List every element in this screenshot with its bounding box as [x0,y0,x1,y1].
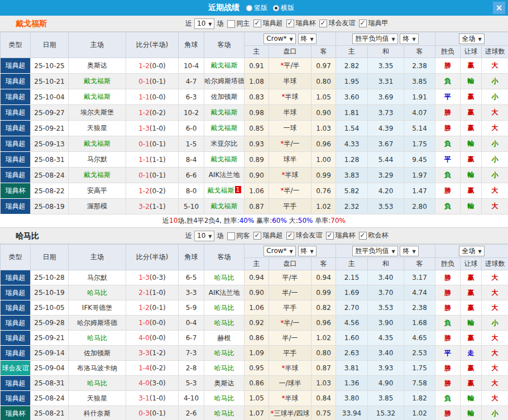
match-date-cell: 25-10-21 [31,74,69,89]
score-cell: 4-0(3-0) [126,376,179,391]
select-value: 终 [301,35,308,42]
team-name: 哈马比 [16,231,39,241]
corners-cell: 5-10 [179,199,204,214]
avg-period-select[interactable]: 终▼ [400,246,418,256]
avg-away-odds-cell: 1.68 [404,316,435,331]
away-team-cell: 米亚尔比 [204,136,245,152]
league-filter-checkbox[interactable]: 瑞典甲 [355,18,388,28]
checkbox-icon[interactable] [253,232,261,240]
avg-draw-odds-cell: 3.40 [368,270,404,285]
league-filter-label: 球会友谊 [328,18,355,28]
league-filter-checkbox[interactable]: 瑞典超 [250,231,282,240]
avg-away-odds-cell: 4.65 [404,331,435,346]
avg-home-odds-cell: 1.36 [336,376,368,391]
away-team-cell: 佐加顿斯 [204,89,245,105]
layout-option-vertical[interactable]: 竖版 [246,3,267,13]
away-team-cell: 哈马比 [204,300,245,316]
away-team-name: 戴戈福斯 [211,124,238,132]
col-header-outcome: 胜负 [435,46,461,58]
games-count-select[interactable]: 10▼ [194,18,214,29]
avg-select[interactable]: 胜平负均值▼ [352,246,397,256]
outcome-cell: 負 [435,168,461,183]
close-button[interactable]: × [493,2,505,14]
handicap-home-odds-cell: 1.07 [245,406,269,420]
summary-text: 场,胜4平2负4, 胜率: [178,217,239,225]
avg-period-select[interactable]: 终▼ [400,34,418,44]
avg-draw-odds-cell: 4.90 [368,376,404,391]
avg-select[interactable]: 胜平负均值▼ [352,34,397,44]
league-filter-label: 球会友谊 [295,231,322,240]
league-filter-checkbox[interactable]: 瑞典杯 [282,18,315,28]
home-team-cell: 安高平 [69,183,126,199]
league-filter-checkbox[interactable]: 瑞典杯 [322,231,355,240]
home-team-cell: 哈马比 [69,331,126,346]
checkbox-icon[interactable] [227,20,235,28]
col-header-handicap-outcome: 让球 [461,46,482,58]
checkbox-icon[interactable] [319,20,327,27]
league-type-cell: 瑞典超 [1,270,31,285]
checkbox-icon[interactable] [326,232,334,240]
half-time-score: (0-2) [150,187,166,195]
league-filter-checkbox[interactable]: 球会友谊 [282,231,322,240]
same-venue-checkbox[interactable]: 同客 [223,231,250,241]
score-cell: 0-3(0-1) [126,406,179,420]
match-row: 瑞典超25-10-19哈马比2-1(1-0)3-3AIK法兰地0.90半/一0.… [1,285,508,300]
home-team-cell: 马尔默 [69,152,126,168]
bookmaker-select[interactable]: Crow*▼ [263,246,295,256]
away-team-cell: 戴戈福斯 [204,121,245,136]
avg-group-header: 胜平负均值▼ 终▼ [336,245,435,258]
handicap-outcome-cell: 赢 [461,152,482,168]
handicap-line-cell: 半/一 [269,331,311,346]
league-filter-checkbox[interactable]: 瑞典超 [250,18,282,28]
match-row: 瑞典超25-08-19渥那模3-2(1-1)5-10戴戈福斯0.87平手1.02… [1,199,508,214]
home-team-cell: 天狼星 [69,391,126,406]
same-venue-checkbox[interactable]: 同主 [223,19,250,28]
checkbox-icon[interactable] [359,20,367,27]
odds-period-select[interactable]: 终▼ [298,246,317,256]
checkbox-icon[interactable] [286,232,294,240]
away-team-name: 哈马比 [214,364,234,372]
checkbox-icon[interactable] [286,20,294,27]
odds-period-select[interactable]: 终▼ [298,34,317,44]
radio-icon[interactable] [246,5,252,11]
outcome-cell: 勝 [435,376,461,391]
corners-cell: 2-8 [179,361,204,376]
half-time-score: (0-0) [150,319,166,327]
section-header-away-team: 哈马比 近 10▼ 场 同客 瑞典超球会友谊瑞典杯欧会杯 [0,228,508,244]
league-type-cell: 瑞典超 [1,391,31,406]
goals-outcome-cell: 小 [482,74,508,89]
summary-text: 40% [239,217,255,225]
home-team-cell: 戴戈福斯 [69,168,126,183]
layout-option-horizontal[interactable]: 横版 [273,3,294,13]
summary-text: 50% [298,217,313,225]
scope-select[interactable]: 全场▼ [459,246,484,256]
league-filter-checkbox[interactable]: 欧会杯 [355,231,388,240]
handicap-home-odds-cell: 0.92 [245,316,269,331]
home-team-cell: 戴戈福斯 [69,74,126,89]
corners-cell: 8-4 [179,152,204,168]
avg-draw-odds-cell: 3.53 [368,300,404,316]
select-value: 终 [402,35,409,42]
games-count-select[interactable]: 10▼ [194,231,214,241]
bookmaker-select[interactable]: Crow*▼ [263,34,295,44]
handicap-outcome-cell: 輸 [461,406,482,420]
checkbox-icon[interactable] [227,232,235,240]
outcome-cell: 勝 [435,331,461,346]
checkbox-icon[interactable] [253,20,261,27]
checkbox-icon[interactable] [359,232,367,240]
handicap-away-odds-cell: 0.75 [311,406,336,420]
handicap-away-odds-cell: 0.76 [311,183,336,199]
handicap-away-odds-cell: 1.02 [311,199,336,214]
score-cell: 2-1(1-0) [126,285,179,300]
league-filter-checkbox[interactable]: 球会友谊 [315,18,355,28]
avg-away-odds-cell: 2.53 [404,346,435,361]
score-cell: 0-1(0-1) [126,136,179,152]
full-time-score: 3-2 [138,203,150,211]
avg-away-odds-cell: 3.17 [404,270,435,285]
radio-icon[interactable] [273,5,279,11]
away-team-name: 奥斯达 [214,379,234,387]
score-cell: 1-0(0-0) [126,316,179,331]
away-team-name: AIK法兰地 [209,171,240,179]
scope-select[interactable]: 全场▼ [459,34,484,44]
outcome-cell: 勝 [435,406,461,420]
